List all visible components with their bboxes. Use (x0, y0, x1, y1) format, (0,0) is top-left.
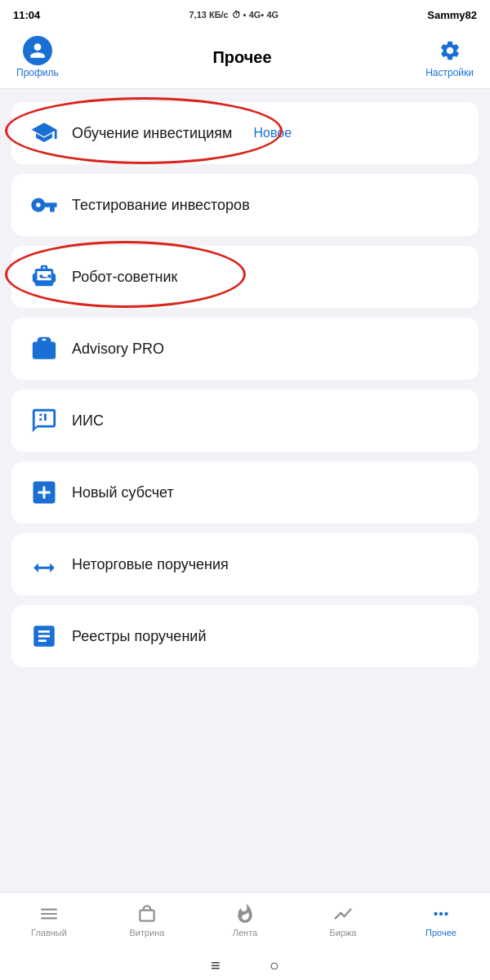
nav-label-exchange: Биржа (330, 928, 357, 938)
menu-item-iis[interactable]: ИИС (11, 390, 479, 452)
key-icon (29, 190, 59, 220)
graduation-icon (29, 118, 59, 148)
status-icons: ⏱ ▪ 4G▪ 4G (232, 10, 278, 20)
menu-item-registries[interactable]: Реестры поручений (11, 605, 479, 667)
nav-label-feed: Лента (233, 928, 257, 938)
menu-item-education[interactable]: Обучение инвестициям Новое (11, 102, 479, 164)
new-badge: Новое (253, 126, 292, 140)
settings-button[interactable]: Настройки (425, 36, 474, 78)
menu-label-nontrading: Неторговые поручения (72, 556, 229, 573)
status-info: 7,13 КБ/с (189, 10, 228, 20)
profile-label: Профиль (16, 67, 59, 78)
nav-item-exchange[interactable]: Биржа (318, 902, 368, 938)
bottom-nav: Главный Витрина Лента Биржа (0, 892, 490, 951)
menu-item-advisory[interactable]: Advisory PRO (11, 318, 479, 380)
menu-label-robot: Робот-советник (72, 269, 178, 286)
menu-label-testing: Тестирование инвесторов (72, 197, 250, 214)
gear-icon (435, 36, 465, 65)
nav-label-showcase: Витрина (130, 928, 165, 938)
settings-label: Настройки (425, 67, 474, 78)
menu-item-subaccount[interactable]: Новый субсчет (11, 461, 479, 523)
menu-label-registries: Реестры поручений (72, 628, 206, 645)
menu-label-subaccount: Новый субсчет (72, 484, 174, 501)
nav-item-other[interactable]: Прочее (416, 902, 466, 938)
nav-item-feed[interactable]: Лента (220, 902, 270, 938)
iis-icon (29, 406, 59, 435)
arrows-icon (29, 550, 59, 579)
menu-label-advisory: Advisory PRO (72, 341, 164, 358)
menu-icon (38, 902, 60, 925)
dots-icon (430, 902, 452, 925)
nav-item-showcase[interactable]: Витрина (122, 902, 172, 938)
nav-label-other: Прочее (425, 928, 457, 938)
menu-item-robot[interactable]: Робот-советник (11, 246, 479, 308)
briefcase-icon (29, 334, 59, 363)
menu-label-iis: ИИС (72, 412, 104, 430)
list-icon (29, 621, 59, 651)
menu-label-education: Обучение инвестициям (72, 125, 232, 142)
fire-icon (234, 902, 256, 925)
page-title: Прочее (212, 48, 271, 67)
nav-label-main: Главный (31, 928, 67, 938)
status-bar: 11:04 7,13 КБ/с ⏱ ▪ 4G▪ 4G Sammy82 (0, 0, 490, 29)
main-content: Обучение инвестициям Новое Тестирование … (0, 89, 490, 892)
menu-item-nontrading[interactable]: Неторговые поручения (11, 533, 479, 595)
sys-nav-menu[interactable]: ≡ (211, 956, 220, 975)
top-header: Профиль Прочее Настройки (0, 29, 490, 89)
sys-nav-bar: ≡ ○ (0, 951, 490, 980)
status-carrier: Sammy82 (427, 9, 477, 21)
sys-nav-home[interactable]: ○ (270, 956, 279, 975)
status-time: 11:04 (13, 9, 40, 21)
bag-icon (136, 902, 158, 925)
robot-icon (29, 262, 59, 292)
nav-item-main[interactable]: Главный (24, 902, 74, 938)
avatar-icon (23, 36, 52, 65)
plus-icon (29, 478, 59, 507)
chart-icon (332, 902, 354, 925)
profile-button[interactable]: Профиль (16, 36, 59, 78)
menu-item-testing[interactable]: Тестирование инвесторов (11, 174, 479, 236)
